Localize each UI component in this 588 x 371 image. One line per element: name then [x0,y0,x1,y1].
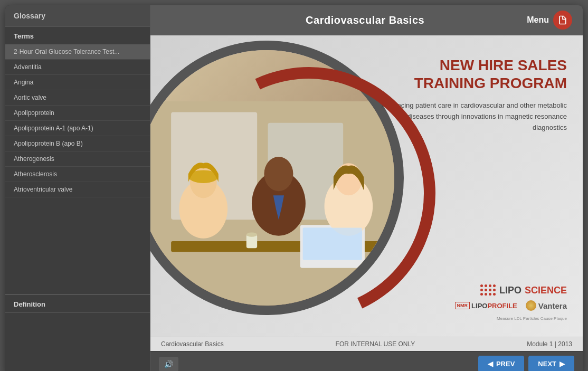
glossary-title: Glossary [14,12,45,20]
next-arrow-icon: ▶ [559,360,565,368]
prev-button[interactable]: ◀ PREV [478,356,524,371]
bottom-bar-left: Cardiovascular Basics [161,340,224,348]
definition-title: Definition [5,295,150,313]
audio-icon: 🔊 [164,360,173,368]
prev-label: PREV [496,360,515,368]
top-bar-title: Cardiovascular Basics [306,14,424,26]
logo-nmr-lipoprofile: NMR LIPOPROFILE [455,302,517,310]
logo-bottom-row: NMR LIPOPROFILE Vantera [455,300,567,311]
terms-list-item[interactable]: Angina [5,75,150,90]
terms-list-item[interactable]: Adventitia [5,60,150,75]
circle-photo-inner [150,50,394,306]
bottom-bar-center: FOR INTERNAL USE ONLY [336,340,415,348]
logo-lipo-text: LIPO [499,285,521,296]
top-bar: Cardiovascular Basics Menu [150,5,583,35]
sidebar-header: Glossary [5,5,150,27]
menu-label: Menu [527,15,549,25]
terms-list-item[interactable]: 2-Hour Oral Glucose Tolerance Test... [5,44,150,60]
sidebar: Glossary Terms 2-Hour Oral Glucose Toler… [5,5,150,371]
logo-liposcience: LIPOSCIENCE [480,284,567,296]
slide-subtitle: Advancing patient care in cardiovascular… [372,100,567,133]
logo-vantera: Vantera [526,300,567,311]
terms-list-item[interactable]: Aortic valve [5,90,150,106]
svg-point-10 [264,157,293,191]
audio-button[interactable]: 🔊 [159,357,178,372]
main-content: Cardiovascular Basics Menu [150,5,583,371]
svg-point-15 [246,232,257,236]
logo-nmr-text: NMR [455,302,470,309]
next-label: NEXT [538,360,556,368]
terms-section-title: Terms [5,27,150,44]
terms-list-item[interactable]: Atherosclerosis [5,167,150,182]
next-button[interactable]: NEXT ▶ [528,356,574,371]
slide-bottom-bar: Cardiovascular Basics FOR INTERNAL USE O… [150,337,583,351]
slide-right: NEW HIRE SALES TRAINING PROGRAM Advancin… [361,35,583,337]
nav-bar: 🔊 ◀ PREV NEXT ▶ [150,351,583,371]
menu-icon [553,11,572,30]
slide-area: NEW HIRE SALES TRAINING PROGRAM Advancin… [150,35,583,337]
svg-rect-13 [303,227,362,260]
terms-list-item[interactable]: Atrioventricular valve [5,182,150,197]
terms-list-item[interactable]: Apolipoprotein B (apo B) [5,136,150,151]
app-container: Glossary Terms 2-Hour Oral Glucose Toler… [5,5,583,371]
terms-list-item[interactable]: Apolipoprotein [5,106,150,121]
definition-content [5,313,150,371]
logo-tagline: Measure LDL Particles Cause Plaque [497,316,567,321]
people-svg [150,101,394,306]
terms-list[interactable]: 2-Hour Oral Glucose Tolerance Test...Adv… [5,44,150,294]
prev-arrow-icon: ◀ [488,360,493,368]
menu-button[interactable]: Menu [527,11,572,30]
terms-list-item[interactable]: Atherogenesis [5,151,150,167]
vantera-text: Vantera [538,301,567,310]
definition-section: Definition [5,294,150,371]
terms-list-item[interactable]: Apolipoprotein A-1 (apo A-1) [5,121,150,136]
slide-logos: LIPOSCIENCE NMR LIPOPROFILE Vantera [372,284,567,321]
slide-main-title: NEW HIRE SALES TRAINING PROGRAM [372,56,567,92]
terms-list-container: 2-Hour Oral Glucose Tolerance Test...Adv… [5,44,150,294]
nav-buttons: ◀ PREV NEXT ▶ [478,356,574,371]
logo-dot-grid [480,284,496,296]
logo-science-text: SCIENCE [525,285,567,296]
slide-inner: NEW HIRE SALES TRAINING PROGRAM Advancin… [150,35,583,337]
logo-lipoprofile-text: LIPOPROFILE [471,302,517,310]
bottom-bar-right: Module 1 | 2013 [527,340,572,348]
vantera-dot [526,300,536,311]
